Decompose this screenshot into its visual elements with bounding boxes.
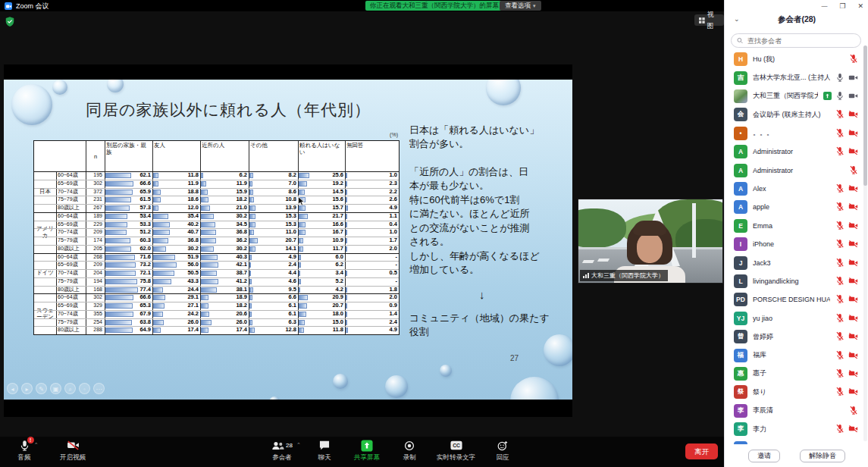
pen-tool-button[interactable]: ✎ — [36, 383, 47, 394]
participant-row[interactable]: 李李辰清 — [725, 402, 866, 420]
table-cell: 51.9 — [152, 253, 200, 262]
view-layout-button[interactable]: 视图 — [694, 14, 724, 26]
participant-row[interactable]: 祭祭り — [725, 383, 866, 401]
laser-button[interactable]: ◦ — [79, 383, 90, 394]
search-input[interactable] — [746, 36, 855, 45]
table-cell: 1.0 — [345, 228, 399, 237]
value-bar — [346, 303, 347, 309]
minimize-button[interactable]: — — [821, 2, 827, 9]
participant-search[interactable] — [731, 33, 861, 48]
mouse-cursor — [298, 196, 305, 209]
avatar: 曾 — [734, 330, 747, 343]
table-cell: 12.0 — [152, 204, 200, 212]
participants-panel-title: 参会者(28) — [725, 14, 868, 25]
toolbar-button-cc[interactable]: CC实时转录文字 — [437, 439, 475, 462]
table-cell: 5.2 — [298, 277, 345, 286]
table-cell: 73.2 — [105, 261, 152, 269]
value-bar — [346, 173, 347, 178]
value-bar — [105, 312, 133, 317]
meeting-toolbar: !⌃音频开启视频 28⌃参会者聊天共享屏幕录制CC实时转录文字回应 离开 — [0, 437, 724, 467]
participant-row[interactable]: •。。。 — [725, 124, 866, 143]
view-options-button[interactable]: 查看选项▾ — [500, 1, 541, 11]
table-cell: 17.4 — [152, 326, 200, 334]
participant-row[interactable]: 福福库 — [725, 346, 866, 364]
close-button[interactable]: ✕ — [857, 2, 863, 10]
participant-row[interactable]: Aapple — [725, 198, 866, 216]
title-bar: Zoom 会议 你正在观看大和三重（関西学院大学）的屏幕 查看选项▾ — [0, 0, 724, 11]
table-unit-label: (%) — [33, 132, 398, 137]
security-shield-icon[interactable] — [5, 16, 14, 30]
value-bar — [249, 255, 252, 260]
table-cell: 15.3 — [249, 221, 298, 229]
value-bar — [249, 222, 255, 227]
avatar: H — [734, 52, 747, 66]
table-cell: 70~74歳 — [56, 188, 87, 196]
next-slide-button[interactable]: ▸ — [21, 383, 33, 394]
scrollbar[interactable] — [863, 45, 867, 441]
table-cell: 1.1 — [345, 212, 399, 221]
value-bar — [299, 312, 306, 317]
value-bar — [201, 312, 209, 317]
participant-row[interactable]: 李李力 — [725, 420, 866, 438]
leave-meeting-button[interactable]: 离开 — [685, 443, 718, 459]
table-cell: 205 — [86, 245, 105, 253]
participant-row[interactable]: EEmma — [725, 217, 866, 235]
participant-row[interactable]: Llivingandlicking — [725, 272, 866, 290]
participant-row[interactable]: JJack3 — [725, 253, 866, 271]
invite-button[interactable]: 邀请 — [748, 450, 780, 462]
toolbar-button-reactions[interactable]: 回应 — [487, 439, 518, 462]
toolbar-button-mic[interactable]: !⌃音频 — [9, 439, 39, 462]
table-cell: 77.4 — [105, 286, 152, 294]
window-controls: — ❐ ✕ — [821, 0, 863, 11]
scrollbar-thumb[interactable] — [863, 45, 867, 186]
chat-icon — [319, 439, 330, 452]
toolbar-button-chat[interactable]: 聊天 — [309, 439, 340, 462]
participant-row[interactable]: YJyu jiao — [725, 309, 866, 328]
table-cell: 25.6 — [298, 171, 345, 180]
avatar: A — [734, 182, 747, 196]
participant-row[interactable]: AAlex — [725, 180, 866, 198]
participant-row[interactable]: PDPORSCHE DESIGN HUAWEI Mat... — [725, 290, 866, 309]
mic-muted-icon — [835, 108, 844, 121]
participant-row[interactable]: 吉吉林大学东北亚... (主持人) — [725, 68, 866, 86]
presenter-video-thumbnail[interactable]: 大和三重（関西学院大学） — [578, 199, 723, 284]
toolbar-button-camera-off[interactable]: 开启视频 — [58, 439, 88, 462]
table-cell: 17.4 — [200, 326, 249, 334]
mic-muted-icon — [835, 293, 844, 306]
participant-row[interactable]: 会会议助手 (联席主持人) — [725, 105, 866, 124]
value-bar — [249, 214, 255, 219]
toolbar-button-participants[interactable]: 28⌃参会者 — [267, 439, 297, 462]
participant-row[interactable]: AAdministrator — [725, 143, 866, 161]
mic-muted-icon — [835, 219, 844, 233]
table-cell: 11.8 — [298, 326, 345, 334]
table-cell: 75~79歳 — [56, 196, 87, 204]
table-cell: 6.1 — [249, 310, 298, 318]
value-bar — [346, 197, 347, 202]
value-bar — [153, 205, 158, 211]
value-bar — [201, 295, 208, 300]
more-options-button[interactable]: ⋯ — [93, 383, 105, 394]
mic-muted-icon — [849, 52, 858, 66]
zoom-tool-button[interactable]: ⌕ — [64, 383, 76, 394]
participant-row[interactable]: HHu (我) — [725, 50, 866, 68]
participant-row[interactable]: 惠惠子 — [725, 365, 866, 383]
participant-row[interactable]: 曾曾婷婷 — [725, 328, 866, 346]
value-bar — [105, 295, 133, 300]
table-cell: 65.9 — [105, 188, 152, 196]
value-bar — [299, 238, 303, 243]
mic-muted-icon — [835, 367, 844, 381]
participant-row[interactable]: 大和三重（関西学院大... — [725, 87, 866, 105]
maximize-button[interactable]: ❐ — [839, 2, 845, 10]
shared-screen-area: 视图 同居の家族以外に頼れる人（年代別） (%) n別居の家族・親族友人近所の人… — [0, 11, 724, 437]
unmute-all-button[interactable]: 解除静音 — [800, 450, 845, 462]
participant-row[interactable] — [725, 438, 866, 444]
annotation-toolbar: ◂▸✎▣⌕◦⋯ — [7, 383, 105, 394]
zoom-meeting-window: Zoom 会议 你正在观看大和三重（関西学院大学）的屏幕 查看选项▾ 视图 同居… — [0, 0, 868, 467]
participant-row[interactable]: AAdministrator — [725, 161, 866, 179]
mic-muted-icon — [835, 349, 844, 362]
toolbar-button-share-screen[interactable]: 共享屏幕 — [352, 439, 382, 462]
participant-row[interactable]: IiPhone — [725, 235, 866, 253]
slides-overview-button[interactable]: ▣ — [50, 383, 61, 394]
toolbar-button-record[interactable]: 录制 — [394, 439, 425, 462]
prev-slide-button[interactable]: ◂ — [7, 383, 18, 394]
